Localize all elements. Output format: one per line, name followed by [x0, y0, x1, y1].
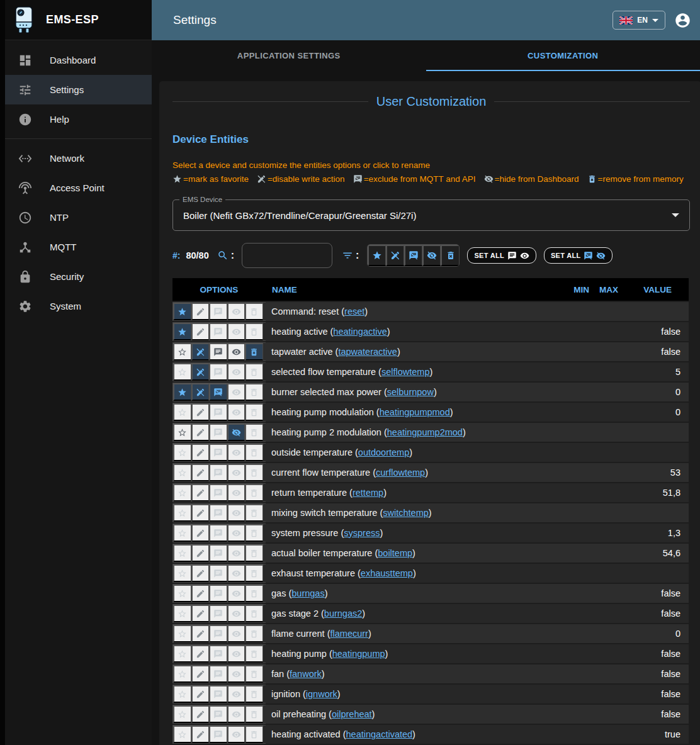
entity-code-link[interactable]: heatingactivated [346, 729, 413, 739]
mqtt-exclude-toggle[interactable] [209, 423, 227, 441]
entity-code-link[interactable]: oilpreheat [332, 709, 372, 719]
entity-name[interactable]: tapwater active (tapwateractive) [266, 342, 562, 361]
entity-code-link[interactable]: heatingpump [332, 649, 385, 659]
favorite-toggle[interactable] [173, 504, 191, 522]
write-action-toggle[interactable] [191, 323, 210, 340]
dashboard-hide-toggle[interactable] [227, 544, 246, 562]
favorite-toggle[interactable] [173, 383, 191, 401]
write-action-toggle[interactable] [191, 383, 210, 401]
entity-code-link[interactable]: reset [344, 306, 364, 316]
mqtt-exclude-toggle[interactable] [209, 705, 227, 723]
dashboard-hide-toggle[interactable] [227, 725, 246, 743]
dashboard-hide-toggle[interactable] [227, 343, 246, 361]
favorite-toggle[interactable] [173, 725, 191, 743]
sidebar-item-mqtt[interactable]: MQTT [5, 232, 152, 262]
dashboard-hide-toggle[interactable] [227, 383, 246, 401]
mqtt-exclude-toggle[interactable] [209, 484, 227, 501]
entity-code-link[interactable]: exhausttemp [361, 568, 413, 578]
write-action-toggle[interactable] [191, 444, 210, 461]
write-action-toggle[interactable] [191, 665, 210, 683]
dashboard-hide-toggle[interactable] [227, 625, 246, 642]
entity-name[interactable]: heating pump modulation (heatingpumpmod) [266, 403, 562, 422]
write-action-toggle[interactable] [191, 524, 210, 542]
mqtt-exclude-toggle[interactable] [209, 464, 227, 481]
write-action-toggle[interactable] [191, 464, 210, 481]
favorite-toggle[interactable] [173, 605, 191, 622]
dashboard-hide-toggle[interactable] [227, 585, 246, 602]
dashboard-hide-toggle[interactable] [227, 524, 246, 542]
entity-name[interactable]: outside temperature (outdoortemp) [266, 443, 562, 462]
entity-name[interactable]: burner selected max power (selburnpow) [266, 383, 562, 401]
filter-hidden-toggle[interactable] [422, 245, 441, 266]
sidebar-item-access-point[interactable]: Access Point [5, 173, 152, 203]
entity-code-link[interactable]: curflowtemp [376, 468, 425, 478]
mqtt-exclude-toggle[interactable] [209, 725, 227, 743]
entity-code-link[interactable]: tapwateractive [338, 347, 397, 357]
entity-name[interactable]: actual boiler temperature (boiltemp) [266, 544, 562, 563]
remove-memory-toggle[interactable] [245, 343, 263, 361]
favorite-toggle[interactable] [173, 564, 191, 582]
dashboard-hide-toggle[interactable] [227, 323, 246, 340]
sidebar-item-settings[interactable]: Settings [5, 75, 152, 104]
entity-code-link[interactable]: burngas [291, 588, 324, 598]
entity-code-link[interactable]: fanwork [290, 669, 322, 679]
favorite-toggle[interactable] [173, 423, 191, 441]
mqtt-exclude-toggle[interactable] [209, 504, 227, 522]
write-action-toggle[interactable] [191, 685, 210, 703]
remove-memory-toggle[interactable] [245, 645, 263, 663]
dashboard-hide-toggle[interactable] [227, 423, 246, 441]
favorite-toggle[interactable] [173, 323, 191, 340]
mqtt-exclude-toggle[interactable] [209, 524, 227, 542]
mqtt-exclude-toggle[interactable] [209, 645, 227, 663]
dashboard-hide-toggle[interactable] [227, 464, 246, 481]
write-action-toggle[interactable] [191, 625, 210, 642]
remove-memory-toggle[interactable] [245, 544, 263, 562]
mqtt-exclude-toggle[interactable] [209, 625, 227, 642]
favorite-toggle[interactable] [173, 544, 191, 562]
entity-code-link[interactable]: outdoortemp [358, 447, 409, 457]
write-action-toggle[interactable] [191, 645, 210, 663]
entity-code-link[interactable]: switchtemp [383, 508, 429, 518]
remove-memory-toggle[interactable] [245, 705, 263, 723]
dashboard-hide-toggle[interactable] [227, 403, 246, 421]
remove-memory-toggle[interactable] [245, 464, 263, 481]
favorite-toggle[interactable] [173, 303, 191, 320]
set-all-visible-button[interactable]: SET ALL [467, 247, 536, 264]
write-action-toggle[interactable] [191, 504, 210, 522]
remove-memory-toggle[interactable] [245, 625, 263, 642]
favorite-toggle[interactable] [173, 585, 191, 602]
favorite-toggle[interactable] [173, 363, 191, 381]
remove-memory-toggle[interactable] [245, 484, 263, 501]
write-action-toggle[interactable] [191, 705, 210, 723]
favorite-toggle[interactable] [173, 484, 191, 501]
favorite-toggle[interactable] [173, 524, 191, 542]
favorite-toggle[interactable] [173, 464, 191, 481]
set-all-hidden-button[interactable]: SET ALL [544, 247, 613, 264]
favorite-toggle[interactable] [173, 403, 191, 421]
favorite-toggle[interactable] [173, 343, 191, 361]
remove-memory-toggle[interactable] [245, 444, 263, 461]
remove-memory-toggle[interactable] [245, 323, 263, 340]
mqtt-exclude-toggle[interactable] [209, 564, 227, 582]
entity-name[interactable]: system pressure (syspress) [266, 524, 562, 542]
account-button[interactable] [674, 12, 691, 29]
entity-name[interactable]: mixing switch temperature (switchtemp) [266, 503, 562, 522]
dashboard-hide-toggle[interactable] [227, 605, 246, 622]
dashboard-hide-toggle[interactable] [227, 444, 246, 461]
write-action-toggle[interactable] [191, 725, 210, 743]
remove-memory-toggle[interactable] [245, 685, 263, 703]
entity-code-link[interactable]: syspress [344, 528, 380, 538]
favorite-toggle[interactable] [173, 625, 191, 642]
entity-name[interactable]: ignition (ignwork) [266, 685, 562, 703]
entity-code-link[interactable]: boiltemp [378, 548, 412, 558]
filter-removed-toggle[interactable] [441, 245, 459, 266]
mqtt-exclude-toggle[interactable] [209, 403, 227, 421]
entity-code-link[interactable]: selflowtemp [381, 367, 430, 377]
mqtt-exclude-toggle[interactable] [209, 585, 227, 602]
filter-write-off-toggle[interactable] [386, 245, 404, 266]
entity-name[interactable]: gas stage 2 (burngas2) [266, 604, 562, 623]
dashboard-hide-toggle[interactable] [227, 504, 246, 522]
write-action-toggle[interactable] [191, 585, 210, 602]
mqtt-exclude-toggle[interactable] [209, 444, 227, 461]
remove-memory-toggle[interactable] [245, 665, 263, 683]
